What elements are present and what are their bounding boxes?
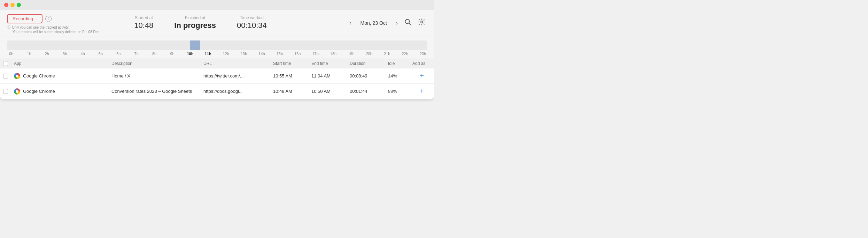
row1-app: Google Chrome — [11, 73, 109, 79]
svg-point-2 — [421, 21, 423, 23]
row1-end-time: 11:04 AM — [309, 73, 347, 79]
prev-date-button[interactable]: ‹ — [348, 19, 352, 27]
tl-22h: 22h — [401, 52, 409, 56]
finished-value: In progress — [174, 21, 216, 30]
time-worked-value: 00:10:34 — [237, 21, 267, 30]
col-start-time: Start time — [270, 61, 309, 66]
info-line1: Only you can see the tracked activity. — [12, 25, 69, 29]
finished-label: Finished at — [185, 15, 206, 20]
row1-checkbox-cell[interactable] — [0, 74, 11, 79]
help-icon[interactable]: ? — [45, 16, 52, 22]
gear-icon — [418, 18, 426, 26]
tl-1h: 1h — [25, 52, 33, 56]
row2-idle: 88% — [385, 89, 410, 94]
table-header: App Description URL Start time End time … — [0, 59, 434, 68]
svg-line-1 — [409, 23, 411, 25]
timeline-section: 0h 1h 2h 3h 4h 5h 6h 7h 8h 9h 10h 11h 12… — [0, 37, 434, 59]
header-right: ‹ Mon, 23 Oct › — [348, 17, 427, 29]
tl-7h: 7h — [132, 52, 141, 56]
col-end-time: End time — [309, 61, 347, 66]
col-description: Description — [109, 61, 201, 66]
select-all-checkbox[interactable] — [3, 61, 8, 66]
row1-duration: 00:08:49 — [347, 73, 385, 79]
time-worked-label: Time worked — [240, 15, 264, 20]
row2-app: Google Chrome — [11, 88, 109, 95]
tl-16h: 16h — [293, 52, 302, 56]
table-row: Google Chrome Conversion rates 2023 – Go… — [0, 84, 434, 99]
tl-5h: 5h — [96, 52, 105, 56]
tl-4h: 4h — [79, 52, 87, 56]
header: Recording... ? ⓘ Only you can see the tr… — [0, 10, 434, 37]
col-checkbox — [0, 61, 11, 66]
col-idle: Idle — [385, 61, 410, 66]
row2-add-cell[interactable]: + — [410, 87, 434, 95]
col-duration: Duration — [347, 61, 385, 66]
tl-19h: 19h — [347, 52, 355, 56]
tl-10h: 10h — [186, 52, 194, 56]
settings-button[interactable] — [417, 17, 427, 29]
row2-description: Conversion rates 2023 – Google Sheets — [109, 89, 201, 94]
chrome-icon — [14, 88, 20, 95]
header-left: Recording... ? ⓘ Only you can see the tr… — [7, 14, 99, 34]
row2-start-time: 10:48 AM — [270, 89, 309, 94]
app-window: Recording... ? ⓘ Only you can see the tr… — [0, 0, 434, 99]
row2-checkbox[interactable] — [3, 89, 8, 94]
tl-6h: 6h — [114, 52, 123, 56]
row1-app-name: Google Chrome — [23, 73, 55, 79]
close-button[interactable] — [4, 3, 8, 7]
maximize-button[interactable] — [17, 3, 21, 7]
table-row: Google Chrome Home / X https://twitter.c… — [0, 68, 434, 84]
row2-url: https://docs.googl... — [201, 89, 270, 94]
info-icon: ⓘ — [7, 25, 10, 30]
time-worked-stat: Time worked 00:10:34 — [237, 15, 267, 30]
row1-checkbox[interactable] — [3, 74, 8, 79]
timeline-bar[interactable] — [7, 40, 427, 50]
row1-add-cell[interactable]: + — [410, 72, 434, 80]
tl-3h: 3h — [61, 52, 69, 56]
tl-18h: 18h — [329, 52, 338, 56]
tl-14h: 14h — [257, 52, 266, 56]
minimize-button[interactable] — [10, 3, 15, 7]
date-label: Mon, 23 Oct — [356, 20, 391, 26]
row2-app-name: Google Chrome — [23, 89, 55, 94]
header-stats: Started at 10:48 Finished at In progress… — [134, 15, 267, 30]
started-stat: Started at 10:48 — [134, 15, 153, 30]
tl-12h: 12h — [222, 52, 230, 56]
info-text: ⓘ Only you can see the tracked activity.… — [7, 25, 99, 34]
info-line2: Your records will be automatically delet… — [7, 30, 99, 34]
tl-8h: 8h — [150, 52, 158, 56]
timeline-active-segment — [190, 40, 200, 50]
tl-23h: 23h — [419, 52, 427, 56]
activity-table: App Description URL Start time End time … — [0, 59, 434, 99]
tl-2h: 2h — [43, 52, 51, 56]
tl-13h: 13h — [240, 52, 248, 56]
row1-add-button[interactable]: + — [420, 72, 424, 80]
col-app: App — [11, 61, 109, 66]
title-bar — [0, 0, 434, 10]
tl-17h: 17h — [311, 52, 320, 56]
row2-end-time: 10:50 AM — [309, 89, 347, 94]
row1-start-time: 10:55 AM — [270, 73, 309, 79]
tl-9h: 9h — [168, 52, 177, 56]
search-button[interactable] — [403, 17, 413, 29]
row2-checkbox-cell[interactable] — [0, 89, 11, 94]
col-add-as: Add as — [410, 61, 434, 66]
search-icon — [404, 18, 412, 26]
row1-url: https://twitter.com/... — [201, 73, 270, 79]
row2-add-button[interactable]: + — [420, 87, 424, 95]
tl-15h: 15h — [276, 52, 284, 56]
recording-button[interactable]: Recording... — [7, 14, 42, 23]
tl-11h: 11h — [204, 52, 212, 56]
recording-row: Recording... ? — [7, 14, 99, 23]
row2-duration: 00:01:44 — [347, 89, 385, 94]
chrome-icon — [14, 73, 20, 79]
started-value: 10:48 — [134, 21, 153, 30]
tl-21h: 21h — [383, 52, 391, 56]
timeline-labels: 0h 1h 2h 3h 4h 5h 6h 7h 8h 9h 10h 11h 12… — [7, 50, 427, 59]
row1-idle: 14% — [385, 73, 410, 79]
col-url: URL — [201, 61, 270, 66]
next-date-button[interactable]: › — [395, 19, 399, 27]
row1-description: Home / X — [109, 73, 201, 79]
finished-stat: Finished at In progress — [174, 15, 216, 30]
tl-20h: 20h — [365, 52, 373, 56]
